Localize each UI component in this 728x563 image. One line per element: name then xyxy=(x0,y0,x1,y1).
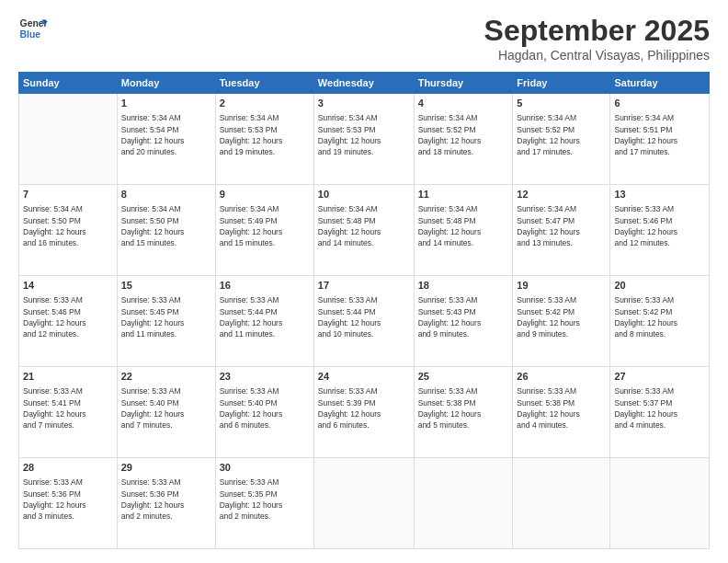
day-cell: 28Sunrise: 5:33 AM Sunset: 5:36 PM Dayli… xyxy=(19,458,118,549)
day-number: 24 xyxy=(318,370,410,384)
day-cell: 20Sunrise: 5:33 AM Sunset: 5:42 PM Dayli… xyxy=(610,276,710,367)
logo: General Blue xyxy=(18,14,48,43)
day-cell: 29Sunrise: 5:33 AM Sunset: 5:36 PM Dayli… xyxy=(117,458,215,549)
day-info: Sunrise: 5:33 AM Sunset: 5:39 PM Dayligh… xyxy=(318,385,410,431)
day-cell: 13Sunrise: 5:33 AM Sunset: 5:46 PM Dayli… xyxy=(610,185,710,276)
week-row-3: 14Sunrise: 5:33 AM Sunset: 5:46 PM Dayli… xyxy=(19,276,710,367)
day-number: 9 xyxy=(220,188,310,201)
day-cell: 16Sunrise: 5:33 AM Sunset: 5:44 PM Dayli… xyxy=(215,276,313,367)
day-info: Sunrise: 5:34 AM Sunset: 5:52 PM Dayligh… xyxy=(418,112,509,157)
day-cell: 27Sunrise: 5:33 AM Sunset: 5:37 PM Dayli… xyxy=(610,367,710,458)
col-header-sunday: Sunday xyxy=(19,73,118,94)
week-row-4: 21Sunrise: 5:33 AM Sunset: 5:41 PM Dayli… xyxy=(19,367,710,458)
day-info: Sunrise: 5:33 AM Sunset: 5:41 PM Dayligh… xyxy=(23,385,113,431)
day-number: 6 xyxy=(614,97,705,110)
day-number: 10 xyxy=(318,188,410,201)
day-cell: 4Sunrise: 5:34 AM Sunset: 5:52 PM Daylig… xyxy=(414,94,513,185)
day-info: Sunrise: 5:34 AM Sunset: 5:51 PM Dayligh… xyxy=(614,112,705,157)
day-info: Sunrise: 5:33 AM Sunset: 5:44 PM Dayligh… xyxy=(220,294,310,339)
day-info: Sunrise: 5:34 AM Sunset: 5:53 PM Dayligh… xyxy=(220,112,310,157)
day-info: Sunrise: 5:33 AM Sunset: 5:40 PM Dayligh… xyxy=(121,385,211,431)
day-number: 28 xyxy=(23,461,113,475)
day-cell: 23Sunrise: 5:33 AM Sunset: 5:40 PM Dayli… xyxy=(215,367,313,458)
day-number: 7 xyxy=(23,188,113,201)
day-info: Sunrise: 5:33 AM Sunset: 5:35 PM Dayligh… xyxy=(220,477,310,522)
header-row: SundayMondayTuesdayWednesdayThursdayFrid… xyxy=(19,73,710,94)
day-cell: 22Sunrise: 5:33 AM Sunset: 5:40 PM Dayli… xyxy=(117,367,215,458)
day-info: Sunrise: 5:34 AM Sunset: 5:48 PM Dayligh… xyxy=(318,203,410,248)
day-info: Sunrise: 5:33 AM Sunset: 5:40 PM Dayligh… xyxy=(220,385,310,431)
day-number: 8 xyxy=(121,188,211,201)
day-number: 26 xyxy=(517,370,606,384)
day-number: 16 xyxy=(220,279,310,293)
day-cell: 14Sunrise: 5:33 AM Sunset: 5:46 PM Dayli… xyxy=(19,276,118,367)
day-cell: 3Sunrise: 5:34 AM Sunset: 5:53 PM Daylig… xyxy=(313,94,414,185)
col-header-thursday: Thursday xyxy=(414,73,513,94)
day-info: Sunrise: 5:33 AM Sunset: 5:38 PM Dayligh… xyxy=(418,385,509,431)
day-number: 4 xyxy=(418,97,509,110)
day-info: Sunrise: 5:34 AM Sunset: 5:53 PM Dayligh… xyxy=(318,112,410,157)
day-cell xyxy=(19,94,118,185)
day-number: 15 xyxy=(121,279,211,293)
day-number: 17 xyxy=(318,279,410,293)
day-info: Sunrise: 5:34 AM Sunset: 5:54 PM Dayligh… xyxy=(121,112,211,157)
col-header-wednesday: Wednesday xyxy=(313,73,414,94)
day-info: Sunrise: 5:33 AM Sunset: 5:36 PM Dayligh… xyxy=(121,477,211,522)
day-number: 20 xyxy=(614,279,705,293)
day-cell: 17Sunrise: 5:33 AM Sunset: 5:44 PM Dayli… xyxy=(313,276,414,367)
day-number: 21 xyxy=(23,370,113,384)
day-cell: 26Sunrise: 5:33 AM Sunset: 5:38 PM Dayli… xyxy=(513,367,610,458)
day-number: 22 xyxy=(121,370,211,384)
calendar-page: General Blue September 2025 Hagdan, Cent… xyxy=(0,0,728,563)
day-info: Sunrise: 5:33 AM Sunset: 5:46 PM Dayligh… xyxy=(23,294,113,339)
day-info: Sunrise: 5:33 AM Sunset: 5:42 PM Dayligh… xyxy=(517,294,606,339)
day-info: Sunrise: 5:34 AM Sunset: 5:48 PM Dayligh… xyxy=(418,203,509,248)
day-number: 13 xyxy=(614,188,705,201)
day-cell: 9Sunrise: 5:34 AM Sunset: 5:49 PM Daylig… xyxy=(215,185,313,276)
day-number: 14 xyxy=(23,279,113,293)
day-number: 19 xyxy=(517,279,606,293)
day-info: Sunrise: 5:34 AM Sunset: 5:50 PM Dayligh… xyxy=(23,203,113,248)
day-cell xyxy=(513,458,610,549)
day-cell: 18Sunrise: 5:33 AM Sunset: 5:43 PM Dayli… xyxy=(414,276,513,367)
day-cell: 21Sunrise: 5:33 AM Sunset: 5:41 PM Dayli… xyxy=(19,367,118,458)
day-number: 2 xyxy=(220,97,310,110)
day-info: Sunrise: 5:34 AM Sunset: 5:50 PM Dayligh… xyxy=(121,203,211,248)
svg-text:Blue: Blue xyxy=(20,29,41,40)
day-cell xyxy=(414,458,513,549)
day-cell: 6Sunrise: 5:34 AM Sunset: 5:51 PM Daylig… xyxy=(610,94,710,185)
day-info: Sunrise: 5:33 AM Sunset: 5:46 PM Dayligh… xyxy=(614,203,705,248)
day-cell: 11Sunrise: 5:34 AM Sunset: 5:48 PM Dayli… xyxy=(414,185,513,276)
day-info: Sunrise: 5:34 AM Sunset: 5:52 PM Dayligh… xyxy=(517,112,606,157)
col-header-monday: Monday xyxy=(117,73,215,94)
day-info: Sunrise: 5:33 AM Sunset: 5:38 PM Dayligh… xyxy=(517,385,606,431)
day-number: 3 xyxy=(318,97,410,110)
col-header-friday: Friday xyxy=(513,73,610,94)
day-cell: 2Sunrise: 5:34 AM Sunset: 5:53 PM Daylig… xyxy=(215,94,313,185)
day-number: 25 xyxy=(418,370,509,384)
day-info: Sunrise: 5:33 AM Sunset: 5:44 PM Dayligh… xyxy=(318,294,410,339)
day-number: 29 xyxy=(121,461,211,475)
day-number: 27 xyxy=(614,370,705,384)
col-header-tuesday: Tuesday xyxy=(215,73,313,94)
day-number: 18 xyxy=(418,279,509,293)
week-row-1: 1Sunrise: 5:34 AM Sunset: 5:54 PM Daylig… xyxy=(19,94,710,185)
day-info: Sunrise: 5:33 AM Sunset: 5:42 PM Dayligh… xyxy=(614,294,705,339)
header: General Blue September 2025 Hagdan, Cent… xyxy=(18,14,710,63)
day-number: 12 xyxy=(517,188,606,201)
day-info: Sunrise: 5:33 AM Sunset: 5:45 PM Dayligh… xyxy=(121,294,211,339)
day-info: Sunrise: 5:33 AM Sunset: 5:43 PM Dayligh… xyxy=(418,294,509,339)
day-number: 5 xyxy=(517,97,606,110)
day-cell: 8Sunrise: 5:34 AM Sunset: 5:50 PM Daylig… xyxy=(117,185,215,276)
week-row-5: 28Sunrise: 5:33 AM Sunset: 5:36 PM Dayli… xyxy=(19,458,710,549)
day-info: Sunrise: 5:33 AM Sunset: 5:37 PM Dayligh… xyxy=(614,385,705,431)
day-cell: 24Sunrise: 5:33 AM Sunset: 5:39 PM Dayli… xyxy=(313,367,414,458)
location: Hagdan, Central Visayas, Philippines xyxy=(484,48,710,63)
day-cell: 7Sunrise: 5:34 AM Sunset: 5:50 PM Daylig… xyxy=(19,185,118,276)
day-cell xyxy=(313,458,414,549)
day-cell: 5Sunrise: 5:34 AM Sunset: 5:52 PM Daylig… xyxy=(513,94,610,185)
day-cell: 30Sunrise: 5:33 AM Sunset: 5:35 PM Dayli… xyxy=(215,458,313,549)
day-number: 30 xyxy=(220,461,310,475)
col-header-saturday: Saturday xyxy=(610,73,710,94)
month-title: September 2025 xyxy=(484,14,710,48)
